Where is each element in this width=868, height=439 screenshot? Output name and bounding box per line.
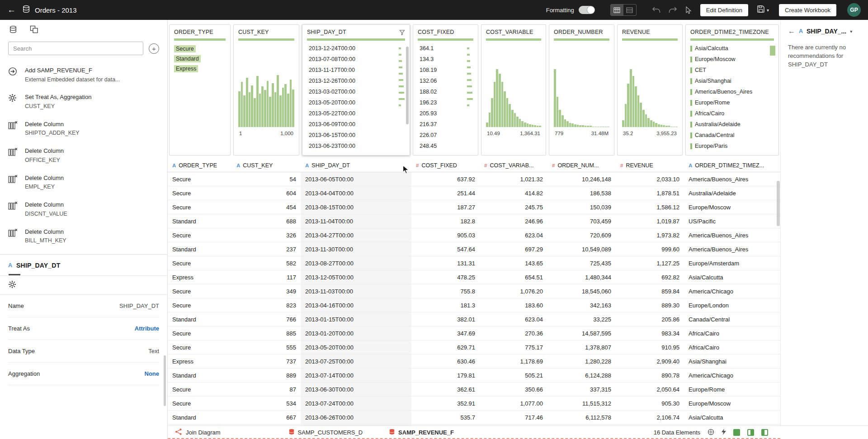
value-row[interactable]: 2013-11-17T00:00 <box>302 65 410 76</box>
cell[interactable]: 582 <box>232 256 301 270</box>
cell[interactable]: Standard <box>168 214 232 228</box>
cell[interactable]: 1,021.32 <box>480 172 547 186</box>
cell[interactable]: 2013-11-30T00:00 <box>301 242 411 256</box>
cell[interactable]: 720,609 <box>547 228 616 242</box>
scrollbar-thumb[interactable] <box>770 46 775 56</box>
cell[interactable]: 246.96 <box>480 214 547 228</box>
add-step-icon[interactable]: + <box>149 43 159 54</box>
value-row[interactable]: 205.93 <box>413 108 478 119</box>
cell[interactable]: Australia/Adelaide <box>684 186 780 200</box>
cell[interactable]: 905.30 <box>616 397 684 410</box>
cell[interactable]: 1,077.00 <box>480 397 547 410</box>
step-item[interactable]: Set Treat As, AggregationCUST_KEY <box>0 88 167 115</box>
cell[interactable]: 2013-07-24T00:00 <box>301 397 411 410</box>
cell[interactable]: 1,878.51 <box>616 186 684 200</box>
gear-icon[interactable] <box>8 282 16 290</box>
cell[interactable]: 1,480,344 <box>547 270 616 284</box>
value-row[interactable]: Europe/Rome <box>686 97 778 108</box>
cell[interactable]: 2013-01-15T00:00 <box>301 312 411 326</box>
cell[interactable]: Secure <box>168 397 232 410</box>
value-row[interactable]: Europe/Moscow <box>686 54 778 65</box>
filter-icon[interactable] <box>399 29 405 35</box>
value-row[interactable]: 216.37 <box>413 119 478 130</box>
cell[interactable]: 775.17 <box>480 340 547 354</box>
cell[interactable]: Africa/Cairo <box>684 326 780 340</box>
quality-tile-icon[interactable] <box>733 429 740 436</box>
cell[interactable]: 630.46 <box>411 354 480 368</box>
value-row[interactable]: 2013-12-26T00:00 <box>302 76 410 86</box>
cell[interactable]: 454 <box>232 200 301 214</box>
cell[interactable]: 2,106.74 <box>616 411 684 424</box>
cell[interactable]: 2013-06-05T00:00 <box>301 172 411 186</box>
back-icon[interactable]: ← <box>7 5 16 15</box>
cell[interactable]: 2013-08-15T00:00 <box>301 200 411 214</box>
cell[interactable]: 688 <box>232 214 301 228</box>
value-tag[interactable]: Secure <box>174 45 196 52</box>
cell[interactable]: 6,112,578 <box>547 411 616 424</box>
scrollbar-thumb[interactable] <box>406 47 409 124</box>
cell[interactable]: 10,549,089 <box>547 242 616 256</box>
cell[interactable]: 14,587,595 <box>547 326 616 340</box>
cell[interactable]: 905.03 <box>411 228 480 242</box>
cell[interactable]: US/Pacific <box>684 214 780 228</box>
cell[interactable]: 362.61 <box>411 382 480 396</box>
cell[interactable]: 2013-07-14T00:00 <box>301 368 411 382</box>
list-view-icon[interactable] <box>623 5 636 15</box>
cell[interactable]: 2013-06-30T00:00 <box>301 382 411 396</box>
column-header-revenue[interactable]: #REVENUE <box>616 159 684 172</box>
cell[interactable]: Europe/Moscow <box>684 397 780 410</box>
cell[interactable]: 349 <box>232 284 301 298</box>
table-row[interactable]: Secure4542013-08-15T00:00187.27245.75150… <box>168 200 780 214</box>
table-row[interactable]: Secure5552013-05-20T00:00629.71775.171,3… <box>168 340 780 354</box>
cell[interactable]: America/Buenos_Aires <box>684 242 780 256</box>
cell[interactable]: Secure <box>168 186 232 200</box>
cell[interactable]: 1,280,228 <box>547 354 616 368</box>
cell[interactable]: 251.44 <box>411 186 480 200</box>
cell[interactable]: 766 <box>232 312 301 326</box>
cell[interactable]: 692.82 <box>616 270 684 284</box>
cell[interactable]: Canada/Central <box>684 312 780 326</box>
column-header-cost-fixed[interactable]: #COST_FIXED <box>411 159 480 172</box>
value-row[interactable]: Africa/Cairo <box>686 108 778 119</box>
cell[interactable]: 890.78 <box>616 368 684 382</box>
cell[interactable]: 205.86 <box>616 312 684 326</box>
cell[interactable]: Secure <box>168 298 232 312</box>
cell[interactable]: 1,178.69 <box>480 354 547 368</box>
cell[interactable]: 347.69 <box>411 326 480 340</box>
value-row[interactable]: 226.07 <box>413 130 478 141</box>
undo-icon[interactable] <box>652 7 660 14</box>
cell[interactable]: 478.25 <box>411 270 480 284</box>
cell[interactable]: 697.29 <box>480 242 547 256</box>
cell[interactable]: 2013-11-04T00:00 <box>301 214 411 228</box>
cell[interactable]: 54 <box>232 172 301 186</box>
value-tag[interactable]: Standard <box>174 55 201 62</box>
cell[interactable]: Express <box>168 354 232 368</box>
value-row[interactable]: Europe/Paris <box>686 141 778 151</box>
table-row[interactable]: Standard7662013-01-15T00:00382.01623.043… <box>168 312 780 326</box>
column-header-order-dtime2-timez-[interactable]: AORDER_DTIME2_TIMEZ... <box>684 159 780 172</box>
cell[interactable]: 186,538 <box>547 186 616 200</box>
table-row[interactable]: Secure8232013-04-16T00:00181.3183.60342,… <box>168 298 780 312</box>
property-value[interactable]: Attribute <box>135 325 159 332</box>
save-icon[interactable] <box>757 5 764 14</box>
cell[interactable]: 755.8 <box>411 284 480 298</box>
step-item[interactable]: Delete ColumnBILL_MTH_KEY <box>0 223 167 250</box>
chevron-down-icon[interactable]: ▾ <box>850 29 852 34</box>
cell[interactable]: 245.75 <box>480 200 547 214</box>
cell[interactable]: 2,050.64 <box>616 382 684 396</box>
cell[interactable]: Secure <box>168 326 232 340</box>
cell[interactable]: Secure <box>168 200 232 214</box>
edit-definition-button[interactable]: Edit Definition <box>700 4 748 16</box>
data-tab-icon[interactable] <box>9 25 17 35</box>
lineage-icon[interactable] <box>708 429 714 437</box>
value-row[interactable]: 2013-03-02T00:00 <box>302 86 410 97</box>
cell[interactable]: 350.66 <box>480 382 547 396</box>
table-row[interactable]: Standard6672013-06-26T00:00535.7717.466,… <box>168 411 780 425</box>
value-row[interactable]: Canada/Central <box>686 130 778 141</box>
cell[interactable]: 1,076.20 <box>480 284 547 298</box>
cell[interactable]: 179.81 <box>411 368 480 382</box>
cell[interactable]: 2,033.10 <box>616 172 684 186</box>
value-row[interactable]: 2013-07-08T00:00 <box>302 54 410 65</box>
cell[interactable]: Secure <box>168 382 232 396</box>
value-row[interactable]: 2013-06-15T00:00 <box>302 130 410 141</box>
